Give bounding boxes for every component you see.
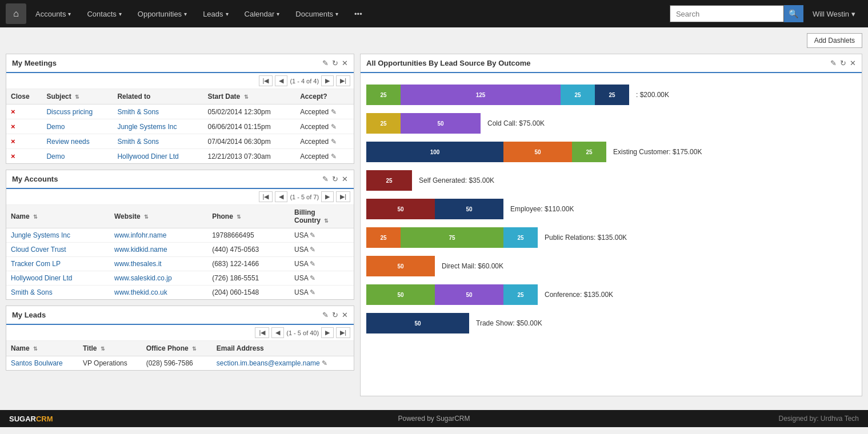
- leads-prev-btn[interactable]: ◀: [271, 327, 284, 338]
- account-name-cell: Smith & Sons: [6, 286, 110, 300]
- chart-refresh-icon[interactable]: ↻: [840, 59, 846, 67]
- leads-next-btn[interactable]: ▶: [321, 327, 334, 338]
- chart-row: 251252525: $200.00K: [366, 85, 856, 105]
- nav-contacts[interactable]: Contacts ▾: [80, 5, 128, 23]
- accounts-title: My Accounts: [12, 175, 58, 183]
- account-website-link[interactable]: www.kidkid.name: [114, 246, 167, 254]
- meeting-related-link[interactable]: Smith & Sons: [117, 138, 159, 146]
- leads-close-icon[interactable]: ✕: [342, 311, 348, 319]
- nav-documents[interactable]: Documents ▾: [289, 5, 345, 23]
- meeting-date-cell: 12/21/2013 07:30am: [203, 149, 296, 164]
- account-name-cell: Cloud Cover Trust: [6, 243, 110, 257]
- meeting-edit-icon[interactable]: ✎: [331, 152, 337, 160]
- account-name-link[interactable]: Smith & Sons: [11, 288, 53, 296]
- leads-col-name[interactable]: Name ⇅: [6, 341, 78, 356]
- accounts-col-name[interactable]: Name ⇅: [6, 205, 110, 228]
- lead-title-cell: VP Operations: [78, 356, 142, 371]
- meetings-dashlet: My Meetings ✎ ↻ ✕ |◀ ◀ (1 - 4 of 4) ▶ ▶|: [6, 54, 354, 164]
- accounts-last-btn[interactable]: ▶|: [336, 191, 350, 202]
- account-name-link[interactable]: Tracker Com LP: [11, 260, 61, 268]
- name-sort-icon: ⇅: [33, 214, 38, 220]
- leads-last-btn[interactable]: ▶|: [336, 327, 350, 338]
- bar-segment: 25: [366, 227, 401, 248]
- chart-close-icon[interactable]: ✕: [850, 59, 856, 67]
- lead-email-link[interactable]: section.im.beans@example.name: [217, 359, 320, 367]
- meeting-close-btn[interactable]: ×: [11, 137, 15, 146]
- account-edit-icon[interactable]: ✎: [310, 231, 315, 239]
- chart-row-label: : $200.00K: [636, 91, 669, 99]
- search-input[interactable]: [670, 5, 784, 22]
- chart-row-label: Existing Customer: $175.00K: [613, 148, 702, 156]
- meetings-edit-icon[interactable]: ✎: [322, 59, 329, 67]
- meeting-edit-icon[interactable]: ✎: [331, 108, 337, 116]
- meeting-close-btn[interactable]: ×: [11, 122, 15, 131]
- meeting-subject-link[interactable]: Discuss pricing: [46, 108, 93, 116]
- bar-segment: 25: [366, 113, 401, 134]
- account-edit-icon[interactable]: ✎: [310, 246, 315, 254]
- meeting-related-link[interactable]: Jungle Systems Inc: [117, 123, 177, 131]
- accounts-first-btn[interactable]: |◀: [259, 191, 273, 202]
- account-website-link[interactable]: www.thekid.co.uk: [114, 288, 167, 296]
- leads-first-btn[interactable]: |◀: [255, 327, 269, 338]
- meeting-subject-cell: Demo: [42, 119, 113, 134]
- logo-crm-text: CRM: [36, 415, 53, 423]
- account-edit-icon[interactable]: ✎: [310, 274, 315, 282]
- account-name-link[interactable]: Cloud Cover Trust: [11, 246, 66, 254]
- nav-opportunities[interactable]: Opportunities ▾: [131, 5, 194, 23]
- leads-col-phone[interactable]: Office Phone ⇅: [142, 341, 212, 356]
- account-website-link[interactable]: www.saleskid.co.jp: [114, 274, 172, 282]
- table-row: × Discuss pricing Smith & Sons 05/02/201…: [6, 105, 354, 119]
- account-name-link[interactable]: Jungle Systems Inc: [11, 231, 70, 239]
- nav-accounts[interactable]: Accounts ▾: [29, 5, 78, 23]
- accounts-refresh-icon[interactable]: ↻: [332, 175, 338, 183]
- account-website-link[interactable]: www.infohr.name: [114, 231, 166, 239]
- search-button[interactable]: 🔍: [784, 5, 803, 22]
- chart-bars: 1005025: [366, 142, 606, 162]
- meeting-related-link[interactable]: Smith & Sons: [117, 108, 159, 116]
- accounts-next-btn[interactable]: ▶: [321, 191, 334, 202]
- accounts-close-icon[interactable]: ✕: [342, 175, 348, 183]
- meetings-prev-btn[interactable]: ◀: [275, 75, 287, 86]
- home-button[interactable]: ⌂: [6, 3, 26, 24]
- accounts-col-website[interactable]: Website ⇅: [110, 205, 207, 228]
- add-dashlets-button[interactable]: Add Dashlets: [807, 33, 862, 48]
- account-name-link[interactable]: Hollywood Diner Ltd: [11, 274, 72, 282]
- meetings-last-btn[interactable]: ▶|: [336, 75, 350, 86]
- chart-row: 2550Cold Call: $75.00K: [366, 113, 856, 134]
- account-edit-icon[interactable]: ✎: [310, 288, 315, 296]
- lead-name-link[interactable]: Santos Boulware: [11, 359, 63, 367]
- nav-calendar[interactable]: Calendar ▾: [238, 5, 287, 23]
- meeting-subject-link[interactable]: Review needs: [46, 138, 89, 146]
- user-arrow-icon: ▾: [851, 10, 855, 18]
- meeting-subject-link[interactable]: Demo: [46, 123, 65, 131]
- meeting-close-btn[interactable]: ×: [11, 107, 15, 116]
- lead-edit-icon[interactable]: ✎: [322, 359, 327, 367]
- meeting-accept-cell: Accepted ✎: [295, 119, 354, 134]
- meeting-related-link[interactable]: Hollywood Diner Ltd: [117, 152, 178, 160]
- accounts-prev-btn[interactable]: ◀: [275, 191, 287, 202]
- meetings-close-icon[interactable]: ✕: [342, 59, 348, 67]
- meetings-col-subject[interactable]: Subject ⇅: [42, 89, 113, 105]
- meetings-first-btn[interactable]: |◀: [259, 75, 273, 86]
- nav-leads[interactable]: Leads ▾: [196, 5, 235, 23]
- leads-col-title[interactable]: Title ⇅: [78, 341, 142, 356]
- leads-edit-icon[interactable]: ✎: [322, 311, 329, 319]
- meetings-next-btn[interactable]: ▶: [321, 75, 334, 86]
- nav-leads-label: Leads: [203, 10, 223, 18]
- nav-more[interactable]: •••: [347, 5, 369, 23]
- leads-refresh-icon[interactable]: ↻: [332, 311, 338, 319]
- user-menu[interactable]: Will Westin ▾: [806, 5, 862, 23]
- accounts-edit-icon[interactable]: ✎: [322, 175, 329, 183]
- accounts-col-phone[interactable]: Phone ⇅: [207, 205, 290, 228]
- account-edit-icon[interactable]: ✎: [310, 260, 315, 268]
- meetings-refresh-icon[interactable]: ↻: [332, 59, 338, 67]
- meetings-col-date[interactable]: Start Date ⇅: [203, 89, 296, 105]
- country-sort-icon: ⇅: [324, 218, 329, 224]
- meeting-edit-icon[interactable]: ✎: [331, 123, 337, 131]
- meeting-edit-icon[interactable]: ✎: [331, 138, 337, 146]
- account-website-link[interactable]: www.thesales.it: [114, 260, 162, 268]
- meeting-close-btn[interactable]: ×: [11, 152, 15, 160]
- chart-edit-icon[interactable]: ✎: [830, 59, 837, 67]
- chart-dashlet: All Opportunities By Lead Source By Outc…: [360, 54, 862, 396]
- meeting-subject-link[interactable]: Demo: [46, 152, 65, 160]
